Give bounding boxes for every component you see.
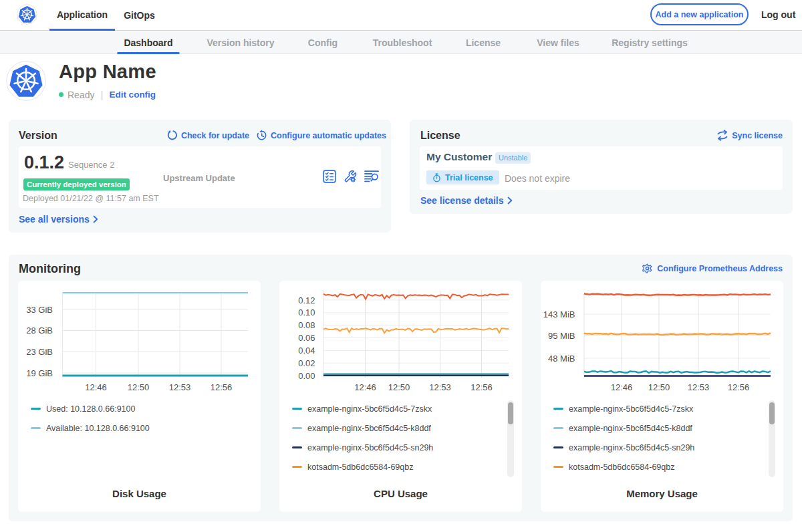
svg-text:28 GiB: 28 GiB <box>26 325 53 336</box>
svg-text:12:46: 12:46 <box>354 382 376 392</box>
svg-text:12:56: 12:56 <box>471 382 493 392</box>
svg-text:12:53: 12:53 <box>429 382 451 392</box>
svg-text:95 MiB: 95 MiB <box>548 331 575 341</box>
svg-text:12:50: 12:50 <box>388 382 410 392</box>
svg-text:19 GiB: 19 GiB <box>26 368 53 378</box>
svg-text:12:56: 12:56 <box>728 382 750 392</box>
svg-text:12:53: 12:53 <box>169 382 191 392</box>
svg-text:23 GiB: 23 GiB <box>26 347 53 357</box>
svg-text:0.02: 0.02 <box>298 358 315 368</box>
svg-text:0.10: 0.10 <box>298 307 315 317</box>
svg-text:33 GiB: 33 GiB <box>26 305 53 315</box>
svg-text:12:56: 12:56 <box>211 382 233 392</box>
svg-text:0.12: 0.12 <box>298 295 315 305</box>
svg-text:12:53: 12:53 <box>688 382 710 392</box>
svg-text:0.06: 0.06 <box>298 333 315 343</box>
svg-text:12:50: 12:50 <box>128 382 150 392</box>
svg-text:12:46: 12:46 <box>85 382 107 392</box>
svg-text:143 MiB: 143 MiB <box>543 309 575 319</box>
svg-text:12:46: 12:46 <box>611 382 633 392</box>
svg-text:0.08: 0.08 <box>298 320 315 330</box>
svg-text:48 MiB: 48 MiB <box>548 354 575 364</box>
svg-text:0.00: 0.00 <box>298 371 315 381</box>
svg-text:12:50: 12:50 <box>648 382 670 392</box>
svg-text:0.04: 0.04 <box>298 346 315 356</box>
